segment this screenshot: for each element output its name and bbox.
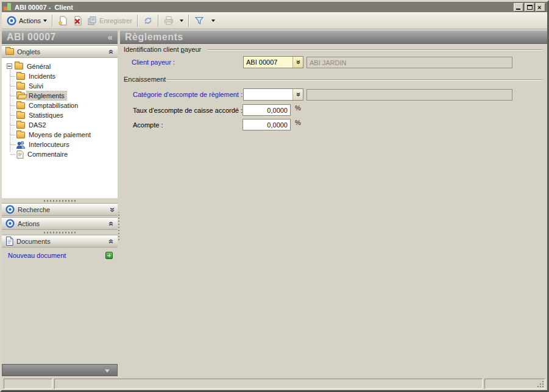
toolbar-separator (158, 15, 159, 27)
toolbar-separator (188, 15, 189, 27)
categorie-escompte-value (244, 89, 292, 100)
page-title-bar: Règlements (120, 30, 547, 44)
printer-icon (164, 16, 174, 26)
tree-node-comptabilisation[interactable]: Comptabilisation (2, 101, 118, 110)
categorie-escompte-label: Catégorie d'escompte de règlement : (133, 91, 243, 98)
close-button[interactable]: × (536, 3, 545, 12)
panel-header-actions[interactable]: Actions « (2, 217, 118, 230)
status-panel-main (54, 379, 483, 389)
tree-node-das2[interactable]: DAS2 (2, 120, 118, 130)
tree-node-general[interactable]: Général (2, 61, 118, 71)
tree-node-suivi[interactable]: Suivi (2, 81, 118, 91)
categorie-escompte-name-field (306, 89, 512, 101)
status-panel-right (484, 379, 545, 389)
acompte-label: Acompte : (133, 121, 163, 129)
panel-header-onglets[interactable]: Onglets « (2, 45, 118, 58)
refresh-icon (143, 16, 153, 26)
client-payeur-dropdown-button[interactable]: « (292, 57, 303, 68)
main-content: Règlements Identification client payeur … (120, 29, 547, 377)
maximize-button[interactable] (525, 3, 534, 12)
folder-icon (16, 73, 25, 80)
delete-button[interactable] (70, 15, 85, 27)
tree-node-interlocuteurs[interactable]: Interlocuteurs (2, 140, 118, 149)
bullseye-icon (7, 16, 16, 26)
panel-splitter[interactable] (2, 198, 118, 203)
minimize-button[interactable] (514, 3, 523, 12)
tree-node-statistiques[interactable]: Statistiques (2, 110, 118, 120)
toolbar-separator (137, 15, 138, 27)
panel-label-recherche: Recherche (18, 206, 106, 213)
save-button[interactable]: Enregistrer (85, 15, 135, 27)
window-body: ABI 00007 « Onglets « Général (2, 29, 547, 377)
toolbar: Actions Enregistrer (2, 12, 547, 29)
close-icon: × (537, 4, 541, 12)
chevron-up-icon: « (108, 239, 115, 244)
app-window: ABI 00007 - Client × Actions (0, 0, 549, 392)
people-icon (16, 141, 25, 149)
sidebar: ABI 00007 « Onglets « Général (2, 29, 118, 377)
save-icon (87, 16, 97, 26)
minimize-icon (516, 9, 520, 10)
tree-node-moyens-de-paiement[interactable]: Moyens de paiement (2, 130, 118, 140)
tree-node-label: Incidents (27, 72, 57, 80)
client-payeur-value: ABI 00007 (244, 57, 292, 68)
new-document-link[interactable]: Nouveau document (8, 252, 105, 259)
new-button[interactable] (55, 15, 70, 27)
tree-node-label-selected: Règlements (27, 91, 66, 100)
panel-header-recherche[interactable]: Recherche « (2, 203, 118, 216)
print-button[interactable] (161, 15, 186, 27)
folder-icon (5, 48, 14, 55)
collapse-sidebar-icon[interactable]: « (108, 34, 113, 41)
chevron-down-icon (180, 20, 183, 22)
folder-icon (16, 132, 25, 138)
refresh-button[interactable] (141, 15, 155, 27)
status-bar (2, 377, 547, 390)
resize-grip[interactable] (537, 380, 544, 388)
categorie-escompte-combo[interactable]: « (243, 88, 303, 101)
folder-icon (16, 112, 25, 119)
tree-node-reglements[interactable]: Règlements (2, 91, 118, 101)
page-title: Règlements (125, 32, 542, 43)
tree-children: Incidents Suivi Règlements (2, 71, 118, 159)
acompte-input[interactable] (243, 119, 291, 130)
app-icon (4, 3, 12, 11)
open-folder-icon (16, 93, 25, 99)
add-document-button[interactable] (105, 252, 113, 259)
chevron-up-icon: « (108, 221, 115, 226)
panel-label-onglets: Onglets (17, 48, 106, 55)
maximize-icon (527, 5, 533, 10)
panel-header-documents[interactable]: Documents « (2, 235, 118, 248)
client-payeur-name-field (306, 57, 512, 68)
documents-panel-body: Nouveau document (2, 248, 118, 262)
collapsed-panel-bar[interactable] (2, 364, 118, 376)
taux-escompte-label: Taux d'escompte de caisse accordé : (133, 107, 243, 114)
group-label-identification: Identification client payeur (124, 46, 201, 53)
new-document-icon (58, 16, 68, 26)
taux-escompte-input[interactable] (243, 104, 291, 116)
tree-node-incidents[interactable]: Incidents (2, 71, 118, 81)
collapse-node-icon[interactable] (7, 63, 12, 69)
toolbar-separator (52, 15, 53, 27)
filter-button[interactable] (192, 15, 218, 27)
filter-icon (194, 16, 204, 26)
status-panel-left (4, 379, 52, 389)
tree-node-label: Commentaire (26, 150, 69, 159)
note-icon (16, 151, 24, 159)
group-label-encaissement: Encaissement (124, 76, 166, 83)
categorie-escompte-dropdown-button[interactable]: « (292, 89, 303, 100)
save-label: Enregistrer (99, 17, 132, 24)
bullseye-icon (5, 205, 15, 214)
tree-node-label: Suivi (27, 82, 45, 90)
actions-menu-button[interactable]: Actions (4, 15, 49, 27)
folder-icon (15, 63, 23, 69)
client-payeur-combo[interactable]: ABI 00007 « (243, 56, 303, 68)
chevron-down-icon (105, 369, 110, 372)
document-icon (5, 237, 13, 246)
panel-label-actions: Actions (18, 220, 106, 227)
panel-splitter[interactable] (2, 230, 118, 235)
tree-node-commentaire[interactable]: Commentaire (2, 149, 118, 159)
tree-node-label: Général (25, 62, 52, 71)
chevron-down-icon: « (295, 93, 301, 97)
tree-node-label: Interlocuteurs (27, 140, 71, 149)
tree-node-label: Moyens de paiement (27, 130, 93, 139)
